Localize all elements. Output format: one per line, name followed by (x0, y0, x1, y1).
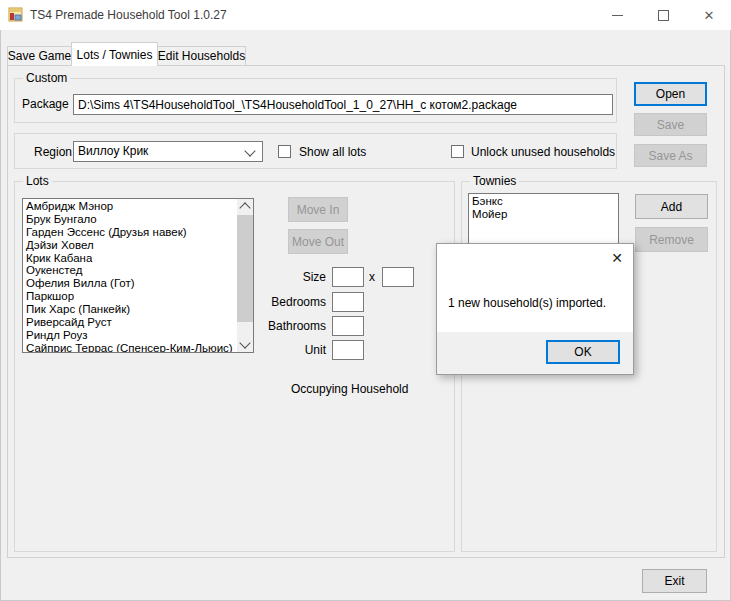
chevron-up-icon (239, 202, 250, 213)
add-button-label: Add (661, 200, 682, 214)
region-select[interactable]: Виллоу Крик (73, 141, 263, 162)
bedrooms-input[interactable] (332, 292, 364, 312)
lots-list-item[interactable]: Пик Харс (Панкейк) (23, 303, 236, 316)
tab-lots-townies[interactable]: Lots / Townies (71, 42, 158, 66)
move-in-button-label: Move In (297, 203, 340, 217)
scroll-up-button[interactable] (237, 199, 253, 214)
lots-list-item[interactable]: Сайприс Террас (Спенсер-Ким-Льюис) (23, 342, 236, 353)
move-out-button: Move Out (288, 229, 348, 254)
dialog-ok-button-label: OK (574, 345, 591, 359)
remove-button-label: Remove (649, 233, 694, 247)
size-label: Size (241, 270, 326, 284)
size-height-input[interactable] (382, 267, 414, 287)
unit-input[interactable] (332, 340, 364, 360)
region-label: Region (34, 145, 72, 159)
lots-group-legend: Lots (23, 175, 52, 188)
lots-groupbox: Lots Амбридж Мэнор Брук Бунгало Гарден Э… (14, 181, 455, 552)
save-button: Save (634, 113, 707, 136)
exit-button[interactable]: Exit (642, 569, 707, 593)
tab-save-game[interactable]: Save Game (7, 46, 72, 66)
lots-list-item[interactable]: Риндл Роуз (23, 329, 236, 342)
townies-list-item[interactable]: Бэнкс (469, 195, 618, 208)
region-selected-value: Виллоу Крик (78, 144, 148, 158)
lots-list-item[interactable]: Паркшор (23, 290, 236, 303)
lots-list-item[interactable]: Амбридж Мэнор (23, 200, 236, 213)
townies-list-item[interactable]: Мойер (469, 208, 618, 221)
custom-groupbox: Custom Package (14, 78, 617, 123)
region-panel: Region Виллоу Крик Show all lots Unlock … (14, 133, 617, 169)
open-button[interactable]: Open (634, 82, 707, 106)
size-width-input[interactable] (332, 267, 364, 287)
package-label: Package (22, 97, 69, 111)
unlock-unused-households-checkbox[interactable] (451, 145, 464, 158)
tab-edit-households-label: Edit Households (158, 49, 245, 63)
exit-button-label: Exit (664, 574, 684, 588)
show-all-lots-label: Show all lots (299, 145, 366, 159)
open-button-label: Open (656, 87, 685, 101)
lots-list-item[interactable]: Гарден Эссенс (Друзья навек) (23, 226, 236, 239)
minimize-button[interactable] (600, 0, 634, 30)
custom-group-legend: Custom (23, 72, 70, 85)
save-as-button-label: Save As (648, 149, 692, 163)
app-icon (8, 7, 24, 23)
titlebar: TS4 Premade Household Tool 1.0.27 ✕ (0, 0, 731, 30)
dialog-message: 1 new household(s) imported. (448, 296, 606, 310)
dialog-close-button[interactable]: ✕ (603, 246, 631, 270)
dialog-ok-button[interactable]: OK (546, 340, 620, 364)
lots-list-item[interactable]: Риверсайд Руст (23, 316, 236, 329)
minimize-icon (612, 15, 623, 16)
close-icon: ✕ (611, 250, 623, 266)
move-out-button-label: Move Out (292, 235, 344, 249)
townies-group-legend: Townies (470, 175, 519, 188)
lots-list-item[interactable]: Офелия Вилла (Гот) (23, 277, 236, 290)
package-input[interactable] (73, 94, 613, 115)
show-all-lots-checkbox[interactable] (278, 145, 291, 158)
occupying-household-label: Occupying Household (291, 382, 408, 396)
close-icon: ✕ (704, 9, 715, 22)
move-in-button: Move In (288, 197, 348, 222)
add-button[interactable]: Add (635, 194, 708, 219)
chevron-down-icon (244, 145, 255, 156)
bedrooms-label: Bedrooms (241, 295, 326, 309)
import-message-dialog: ✕ 1 new household(s) imported. OK (436, 243, 634, 375)
tab-save-game-label: Save Game (8, 49, 71, 63)
maximize-icon (658, 10, 669, 21)
unit-label: Unit (241, 343, 326, 357)
tab-lots-townies-label: Lots / Townies (77, 48, 153, 62)
save-as-button: Save As (634, 144, 707, 167)
app-window: TS4 Premade Household Tool 1.0.27 ✕ Save… (0, 0, 731, 601)
lots-list-item[interactable]: Крик Кабана (23, 252, 236, 265)
close-button[interactable]: ✕ (692, 0, 726, 30)
lots-list-item[interactable]: Дэйзи Ховел (23, 239, 236, 252)
lots-list-item[interactable]: Брук Бунгало (23, 213, 236, 226)
save-button-label: Save (657, 118, 684, 132)
maximize-button[interactable] (646, 0, 680, 30)
lots-listbox[interactable]: Амбридж Мэнор Брук Бунгало Гарден Эссенс… (22, 198, 254, 353)
bathrooms-label: Bathrooms (241, 319, 326, 333)
window-title: TS4 Premade Household Tool 1.0.27 (30, 8, 227, 22)
lots-list-item[interactable]: Оукенстед (23, 264, 236, 277)
remove-button: Remove (635, 227, 708, 252)
size-x-label: x (369, 270, 375, 284)
tab-edit-households[interactable]: Edit Households (157, 46, 246, 66)
bathrooms-input[interactable] (332, 316, 364, 336)
unlock-unused-households-label: Unlock unused households (471, 145, 615, 159)
